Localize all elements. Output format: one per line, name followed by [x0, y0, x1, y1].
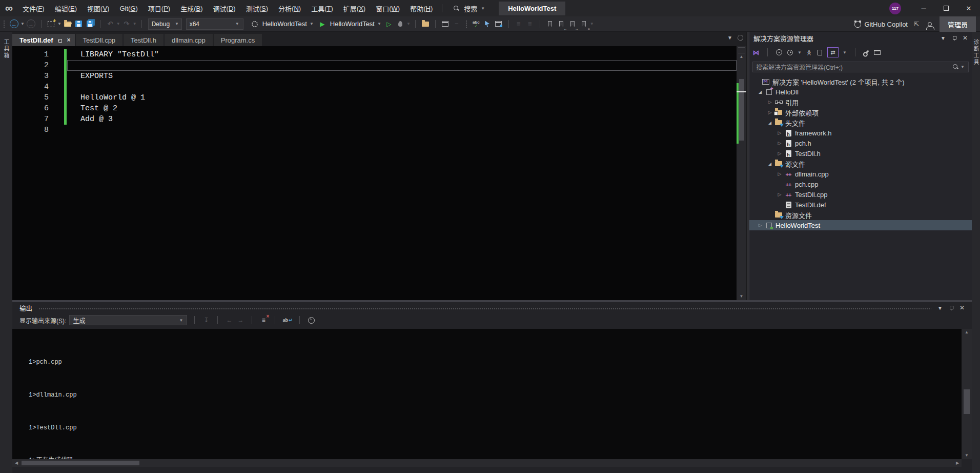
- pending-changes-filter-icon[interactable]: [775, 47, 783, 57]
- document-tab[interactable]: TestDll.h ×: [124, 34, 164, 46]
- document-tab[interactable]: Program.cs ×: [214, 34, 262, 46]
- chevron-down-icon[interactable]: ▼: [377, 22, 381, 26]
- scrollbar-thumb[interactable]: [22, 461, 139, 465]
- find-in-files-button[interactable]: [441, 18, 450, 30]
- code-line[interactable]: 2: [12, 60, 737, 71]
- github-copilot-button[interactable]: GitHub Copilot: [854, 21, 908, 28]
- window-position-icon[interactable]: [941, 35, 946, 41]
- properties-icon[interactable]: [816, 47, 824, 57]
- window-position-icon[interactable]: [937, 305, 943, 311]
- menu-item[interactable]: 扩展(X): [338, 0, 371, 16]
- feedback-button[interactable]: [927, 18, 935, 30]
- preview-selected-items-icon[interactable]: [874, 47, 881, 57]
- active-files-dropdown[interactable]: [727, 35, 732, 41]
- expander-icon[interactable]: [776, 130, 783, 135]
- tree-item[interactable]: pch.h: [749, 138, 972, 148]
- diagnostic-tools-tab[interactable]: 诊断工具: [972, 39, 980, 66]
- output-content[interactable]: 1>pch.cpp 1>dllmain.cpp 1>TestDll.cpp 1>…: [12, 329, 962, 459]
- clear-all-icon[interactable]: [259, 315, 268, 325]
- solution-explorer-header[interactable]: 解决方案资源管理器 ✕: [749, 32, 972, 44]
- navigate-window-button[interactable]: [495, 18, 503, 30]
- document-tab[interactable]: TestDll.def ×: [12, 34, 75, 46]
- search-box[interactable]: 搜索 ▼: [454, 4, 485, 13]
- menu-item[interactable]: 项目(P): [143, 0, 175, 16]
- editor-vertical-scrollbar[interactable]: [737, 46, 746, 300]
- expander-icon[interactable]: [757, 223, 764, 228]
- tree-item[interactable]: TestDll.cpp: [749, 189, 972, 200]
- menu-item[interactable]: Git(G): [114, 0, 142, 16]
- chevron-down-icon[interactable]: ▼: [57, 22, 62, 26]
- tree-item[interactable]: 源文件: [749, 159, 972, 169]
- expander-icon[interactable]: [776, 192, 783, 197]
- tree-item[interactable]: TestDll.h: [749, 148, 972, 159]
- scroll-up-icon[interactable]: [962, 329, 972, 336]
- startup-project-label[interactable]: HelloWorldTest: [262, 20, 307, 28]
- show-all-files-button[interactable]: [421, 18, 430, 30]
- expander-icon[interactable]: [766, 110, 773, 115]
- code-line[interactable]: 1 LIBRARY "TestDll": [12, 49, 737, 60]
- expander-icon[interactable]: [766, 120, 773, 125]
- code-editor[interactable]: 1 LIBRARY "TestDll" 2 3 EXPORTS: [12, 46, 737, 300]
- configuration-dropdown[interactable]: Debug ▼: [148, 18, 182, 30]
- startup-project-button[interactable]: [251, 18, 259, 30]
- menu-item[interactable]: 文件(F): [17, 0, 50, 16]
- next-message-icon[interactable]: [236, 315, 244, 325]
- document-tab[interactable]: dllmain.cpp ×: [165, 34, 213, 46]
- close-button[interactable]: ✕: [957, 0, 980, 16]
- chevron-down-icon[interactable]: ▼: [310, 22, 314, 26]
- minimize-button[interactable]: ─: [912, 0, 935, 16]
- tree-item[interactable]: TestDll.def: [749, 200, 972, 210]
- menu-item[interactable]: 测试(S): [241, 0, 273, 16]
- toolbar-grip[interactable]: [465, 20, 467, 28]
- scrollbar-thumb[interactable]: [964, 389, 970, 414]
- previous-bookmark-button[interactable]: ←: [557, 18, 565, 30]
- tree-item[interactable]: HelloWorldTest: [749, 220, 972, 230]
- menu-item[interactable]: 生成(B): [175, 0, 208, 16]
- new-project-button[interactable]: [47, 18, 55, 30]
- open-files-filter-icon[interactable]: [786, 47, 793, 57]
- scrollbar-thumb[interactable]: [739, 79, 744, 141]
- toggle-bookmark-button[interactable]: [546, 18, 554, 30]
- redo-button[interactable]: [122, 18, 131, 30]
- menu-item[interactable]: 工具(T): [306, 0, 338, 16]
- close-icon[interactable]: ✕: [963, 34, 968, 42]
- expander-icon[interactable]: [757, 89, 764, 94]
- document-well-options-icon[interactable]: [738, 35, 743, 41]
- scroll-left-icon[interactable]: [12, 461, 21, 465]
- scroll-right-icon[interactable]: [953, 461, 962, 465]
- document-tab[interactable]: TestDll.cpp ×: [76, 34, 123, 46]
- spell-check-button[interactable]: abc✓: [472, 18, 480, 30]
- start-without-debugging-icon[interactable]: [385, 18, 393, 30]
- toolbox-tab[interactable]: 工具箱: [2, 39, 10, 59]
- tree-item[interactable]: 头文件: [749, 117, 972, 128]
- tree-item[interactable]: 解决方案 'HelloWorldTest' (2 个项目, 共 2 个): [749, 76, 972, 87]
- menu-item[interactable]: 帮助(H): [405, 0, 438, 16]
- save-button[interactable]: [75, 18, 83, 30]
- word-wrap-icon[interactable]: ab: [282, 315, 292, 325]
- code-line[interactable]: 4: [12, 82, 737, 92]
- pin-icon[interactable]: [58, 38, 64, 43]
- solution-search-input[interactable]: 搜索解决方案资源管理器(Ctrl+;) ▼: [752, 62, 969, 72]
- menu-item[interactable]: 分析(N): [273, 0, 306, 16]
- open-file-button[interactable]: [64, 18, 72, 30]
- scroll-down-icon[interactable]: [962, 452, 972, 459]
- save-all-button[interactable]: [86, 18, 94, 30]
- output-header[interactable]: 输出 ✕: [12, 302, 972, 313]
- tree-item[interactable]: pch.cpp: [749, 179, 972, 189]
- chevron-down-icon[interactable]: ▼: [798, 50, 802, 55]
- code-line[interactable]: 8: [12, 125, 737, 135]
- goto-message-icon[interactable]: [202, 315, 210, 325]
- increase-indent-button[interactable]: [526, 18, 534, 30]
- scroll-up-icon[interactable]: [737, 53, 746, 61]
- collapse-button[interactable]: [453, 18, 461, 30]
- select-mode-button[interactable]: [483, 18, 492, 30]
- next-bookmark-button[interactable]: →: [568, 18, 577, 30]
- start-debugging-icon[interactable]: [318, 18, 326, 30]
- tree-item[interactable]: 引用: [749, 97, 972, 107]
- decrease-indent-button[interactable]: [515, 18, 523, 30]
- code-line[interactable]: 3 EXPORTS: [12, 71, 737, 82]
- tree-item[interactable]: 资源文件: [749, 210, 972, 220]
- code-line[interactable]: 7 Add @ 3: [12, 114, 737, 125]
- hot-reload-button[interactable]: [396, 18, 404, 30]
- toolbar-overflow[interactable]: ▼: [590, 22, 594, 26]
